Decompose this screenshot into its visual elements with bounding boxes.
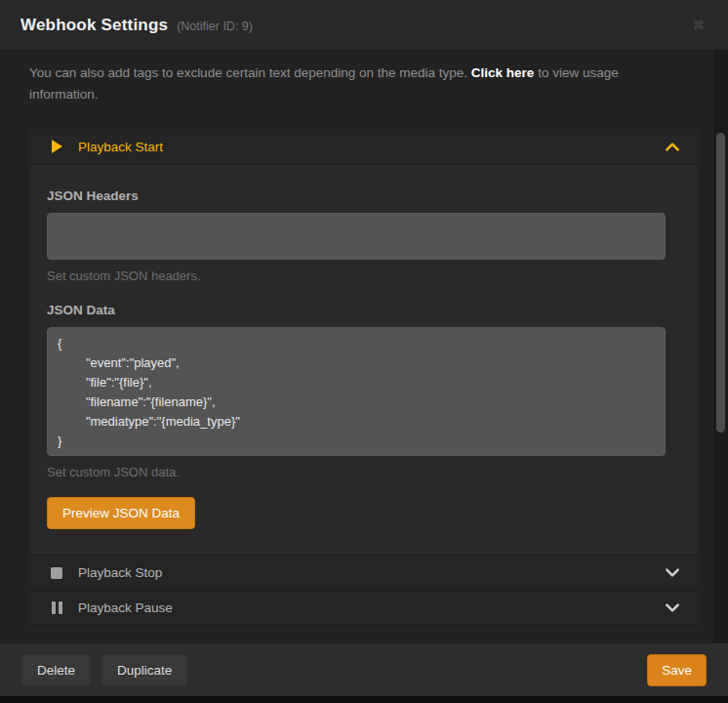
pause-icon [49,601,64,614]
intro-text: You can also add tags to exclude certain… [29,62,683,105]
modal-body: You can also add tags to exclude certain… [0,51,728,642]
notification-triggers-accordion: Playback Start JSON Headers Set custom J… [29,129,699,633]
json-data-help: Set custom JSON data. [47,465,679,479]
modal-title: Webhook Settings [20,16,168,35]
chevron-up-icon [666,143,679,151]
page-backdrop [0,696,728,703]
json-headers-help: Set custom JSON headers. [47,269,679,283]
notifier-id-subtitle: (Notifier ID: 9) [177,20,253,33]
stop-icon [49,567,64,579]
playback-start-panel: JSON Headers Set custom JSON headers. JS… [29,164,699,555]
save-button[interactable]: Save [647,654,707,686]
modal-scrollbar-track[interactable] [713,51,728,642]
duplicate-button[interactable]: Duplicate [101,654,187,686]
section-label: Playback Pause [78,600,173,615]
json-data-label: JSON Data [47,303,679,317]
close-icon[interactable]: ✖ [688,14,708,36]
section-playback-pause[interactable]: Playback Pause [29,590,699,625]
modal-footer: Delete Duplicate Save [0,642,728,696]
section-playback-stop[interactable]: Playback Stop [29,555,699,590]
click-here-link[interactable]: Click here [471,65,535,80]
json-headers-label: JSON Headers [47,188,679,203]
intro-text-before: You can also add tags to exclude certain… [29,65,471,80]
json-data-input[interactable]: { "event":"played", "file":"{file}", "fi… [47,327,666,456]
delete-button[interactable]: Delete [21,654,91,686]
preview-json-data-button[interactable]: Preview JSON Data [47,497,195,529]
chevron-down-icon [666,603,679,612]
next-section-clipped [29,625,699,633]
chevron-down-icon [666,568,679,577]
modal-header: Webhook Settings (Notifier ID: 9) ✖ [0,0,728,51]
section-playback-start[interactable]: Playback Start [29,129,699,164]
play-icon [49,140,64,153]
section-label: Playback Start [78,140,163,154]
section-label: Playback Stop [78,565,162,580]
webhook-settings-modal: Webhook Settings (Notifier ID: 9) ✖ You … [0,0,728,703]
json-headers-input[interactable] [47,213,666,260]
modal-scrollbar-thumb[interactable] [716,133,725,433]
